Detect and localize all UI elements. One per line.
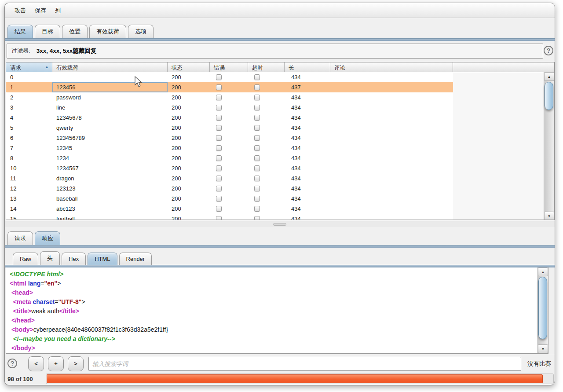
cell-status[interactable]: 200 [168,103,210,113]
search-prev-button[interactable]: < [28,356,44,371]
cell-status[interactable]: 200 [168,133,210,143]
error-checkbox[interactable] [216,155,222,161]
cell-request[interactable]: 4 [6,113,52,123]
cell-timeout[interactable] [248,133,285,143]
table-row[interactable]: 0200434 [6,72,453,82]
error-checkbox[interactable] [216,165,222,171]
cell-payload[interactable]: qwerty [52,123,168,133]
cell-status[interactable]: 200 [168,204,210,214]
cell-request[interactable]: 6 [6,133,52,143]
cell-payload[interactable]: 123456789 [52,133,168,143]
cell-timeout[interactable] [248,214,285,220]
cell-comment[interactable] [330,153,453,163]
scroll-up-icon[interactable]: ▲ [544,72,554,81]
response-scrollbar[interactable]: ▲ ▼ [537,267,548,353]
cell-payload[interactable]: 12345 [52,143,168,153]
cell-error[interactable] [210,133,248,143]
cell-comment[interactable] [330,103,453,113]
search-help-icon[interactable]: ? [7,359,17,368]
cell-request[interactable]: 12 [6,183,52,194]
splitter-handle[interactable] [5,221,555,227]
tab-hex[interactable]: Hex [62,253,86,265]
timeout-checkbox[interactable] [254,105,260,110]
cell-error[interactable] [210,72,248,82]
cell-status[interactable]: 200 [168,123,210,133]
splitter-grip-icon[interactable] [273,223,286,226]
cell-request[interactable]: 0 [6,72,52,82]
tab-target[interactable]: 目标 [35,25,60,38]
cell-timeout[interactable] [248,153,285,163]
search-input[interactable] [88,357,521,371]
cell-error[interactable] [210,92,248,103]
cell-comment[interactable] [330,214,453,220]
tab-positions[interactable]: 位置 [62,25,88,38]
cell-status[interactable]: 200 [168,113,210,123]
table-row[interactable]: 712345200434 [6,143,453,153]
error-checkbox[interactable] [216,196,222,201]
menu-columns[interactable]: 列 [51,5,65,16]
table-row[interactable]: 2password200434 [6,92,453,103]
cell-error[interactable] [210,123,248,133]
table-row[interactable]: 412345678200434 [6,113,453,123]
cell-length[interactable]: 434 [285,92,330,103]
cell-request[interactable]: 14 [6,204,52,214]
cell-comment[interactable] [330,183,453,194]
scrollbar-thumb[interactable] [538,277,547,339]
timeout-checkbox[interactable] [254,196,260,201]
cell-timeout[interactable] [248,204,285,214]
menu-attack[interactable]: 攻击 [10,5,30,16]
cell-payload[interactable] [52,72,168,82]
cell-request[interactable]: 11 [6,173,52,183]
cell-error[interactable] [210,163,248,173]
error-checkbox[interactable] [216,84,222,90]
filter-help-icon[interactable]: ? [544,46,553,55]
cell-status[interactable]: 200 [168,163,210,173]
cell-comment[interactable] [330,163,453,173]
cell-timeout[interactable] [248,103,285,113]
cell-status[interactable]: 200 [168,173,210,183]
table-row[interactable]: 81234200434 [6,153,453,163]
cell-error[interactable] [210,153,248,163]
cell-request[interactable]: 15 [6,214,52,220]
table-row[interactable]: 101234567200434 [6,163,453,173]
tab-response[interactable]: 响应 [35,231,60,245]
cell-length[interactable]: 437 [285,82,330,92]
cell-request[interactable]: 5 [6,123,52,133]
cell-status[interactable]: 200 [168,82,210,92]
cell-status[interactable]: 200 [168,72,210,82]
timeout-checkbox[interactable] [254,125,260,131]
cell-comment[interactable] [330,123,453,133]
response-viewer[interactable]: <!DOCTYPE html><html lang="en"> <head> <… [6,267,548,354]
cell-payload[interactable]: 123123 [52,183,168,194]
table-row[interactable]: 13baseball200434 [6,194,453,204]
cell-payload[interactable]: password [52,92,168,103]
error-checkbox[interactable] [216,206,222,212]
cell-length[interactable]: 434 [285,123,330,133]
table-scrollbar[interactable]: ▲ ▼ [544,72,554,220]
timeout-checkbox[interactable] [254,135,260,141]
menu-save[interactable]: 保存 [30,5,51,16]
error-checkbox[interactable] [216,125,222,131]
cell-payload[interactable]: baseball [52,194,168,204]
cell-length[interactable]: 434 [285,113,330,123]
cell-payload[interactable]: 123456 [52,82,168,92]
cell-length[interactable]: 434 [285,204,330,214]
header-col-comment[interactable]: 评论 [330,62,453,72]
table-row[interactable]: 3line200434 [6,103,453,113]
cell-timeout[interactable] [248,92,285,103]
tab-options[interactable]: 选项 [128,25,154,38]
cell-timeout[interactable] [248,183,285,194]
error-checkbox[interactable] [216,74,222,80]
header-col-request[interactable]: 请求▲ [6,62,52,72]
cell-error[interactable] [210,103,248,113]
timeout-checkbox[interactable] [254,176,260,181]
table-row[interactable]: 12123123200434 [6,183,453,194]
cell-payload[interactable]: dragon [52,173,168,183]
timeout-checkbox[interactable] [254,74,260,80]
cell-comment[interactable] [330,133,453,143]
table-row[interactable]: 11dragon200434 [6,173,453,183]
cell-payload[interactable]: abc123 [52,204,168,214]
header-col-payload[interactable]: 有效载荷 [52,62,168,72]
cell-status[interactable]: 200 [168,194,210,204]
cell-request[interactable]: 2 [6,92,52,103]
